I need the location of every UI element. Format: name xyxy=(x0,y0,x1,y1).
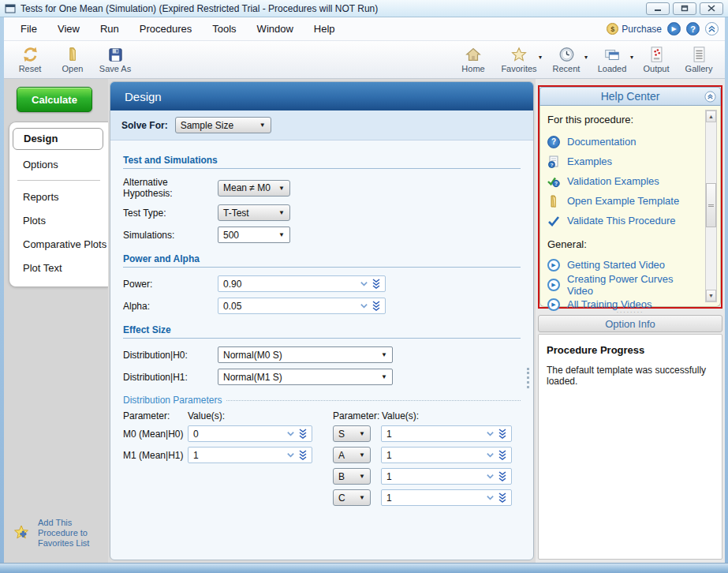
loaded-dropdown-arrow[interactable]: ▾ xyxy=(630,54,633,61)
menu-view[interactable]: View xyxy=(47,19,90,39)
restore-button[interactable] xyxy=(673,2,696,15)
sidebar-tab-plot-text[interactable]: Plot Text xyxy=(9,257,108,280)
menu-tools[interactable]: Tools xyxy=(202,19,246,39)
alpha-field[interactable] xyxy=(218,298,386,314)
validate-procedure-label: Validate This Procedure xyxy=(567,215,676,227)
collapse-ribbon-icon[interactable] xyxy=(705,22,719,36)
menu-run[interactable]: Run xyxy=(90,19,129,39)
panel-title-text: Design xyxy=(125,90,162,103)
chevron-down-icon[interactable] xyxy=(286,451,295,459)
distribution-h1-combo[interactable]: Normal(M1 S) ▼ xyxy=(218,369,393,385)
window-bottom-border xyxy=(0,563,728,573)
multi-chevron-icon[interactable] xyxy=(498,471,507,481)
s-value-field[interactable] xyxy=(381,425,512,442)
m0-value-field[interactable] xyxy=(188,425,312,442)
getting-started-video-link[interactable]: ▶ Getting Started Video xyxy=(547,255,700,275)
distribution-h0-combo[interactable]: Normal(M0 S) ▼ xyxy=(218,346,393,363)
c-value-input[interactable] xyxy=(386,492,483,504)
minimize-button[interactable] xyxy=(646,2,670,15)
alpha-input[interactable] xyxy=(223,301,357,312)
multi-chevron-icon[interactable] xyxy=(298,450,308,460)
collapse-panel-icon[interactable] xyxy=(704,91,716,103)
b-value-input[interactable] xyxy=(386,471,483,482)
param-b-select[interactable]: B ▼ xyxy=(333,468,371,485)
documentation-link[interactable]: ? Documentation xyxy=(547,132,700,152)
recent-dropdown-arrow[interactable]: ▾ xyxy=(584,54,588,61)
menu-window[interactable]: Window xyxy=(247,19,304,39)
validate-procedure-link[interactable]: Validate This Procedure xyxy=(547,211,700,230)
check-icon xyxy=(547,215,560,227)
multi-chevron-icon[interactable] xyxy=(498,450,507,460)
c-value-field[interactable] xyxy=(381,489,512,506)
gallery-button[interactable]: Gallery xyxy=(678,41,720,78)
output-button[interactable]: Output xyxy=(635,41,678,78)
purchase-button[interactable]: $ Purchase xyxy=(607,23,662,35)
chevron-down-icon[interactable] xyxy=(486,429,495,438)
power-curves-video-link[interactable]: ▶ Creating Power Curves Video xyxy=(547,275,700,294)
loaded-button[interactable]: Loaded ▾ xyxy=(589,41,635,78)
b-value-field[interactable] xyxy=(381,468,512,485)
power-input[interactable] xyxy=(223,279,357,290)
favorites-button[interactable]: Favorites ▾ xyxy=(495,41,543,78)
menu-help[interactable]: Help xyxy=(304,19,345,39)
distribution-parameters-heading: Distribution Parameters xyxy=(123,395,521,406)
solve-for-select[interactable]: Sample Size ▼ xyxy=(175,117,271,133)
simulations-combo[interactable]: 500 ▼ xyxy=(218,227,290,243)
param-s-select[interactable]: S ▼ xyxy=(333,425,371,442)
scroll-up-arrow[interactable]: ▲ xyxy=(706,110,716,122)
chevron-down-icon[interactable] xyxy=(486,451,495,459)
m1-value-field[interactable] xyxy=(188,447,312,463)
sidebar: Calculate Design Options Reports Plots C… xyxy=(4,79,108,563)
validation-examples-link[interactable]: ? Validation Examples xyxy=(547,171,700,191)
menu-procedures[interactable]: Procedures xyxy=(129,19,202,39)
s-value-input[interactable] xyxy=(386,429,483,440)
all-training-videos-link[interactable]: ▶ All Training Videos xyxy=(547,294,700,314)
chevron-down-icon[interactable] xyxy=(486,472,495,481)
a-value-field[interactable] xyxy=(381,447,512,463)
multi-chevron-icon[interactable] xyxy=(371,279,381,289)
multi-chevron-icon[interactable] xyxy=(371,301,381,311)
scroll-thumb[interactable] xyxy=(706,183,716,227)
sidebar-tab-options[interactable]: Options xyxy=(9,153,108,177)
recent-button[interactable]: Recent ▾ xyxy=(543,41,589,78)
dropdown-arrow-icon: ▼ xyxy=(259,122,266,129)
sidebar-tab-reports[interactable]: Reports xyxy=(9,185,108,209)
calculate-button[interactable]: Calculate xyxy=(17,87,92,112)
save-as-button[interactable]: Save As xyxy=(94,41,136,78)
sidebar-tab-comparative-plots[interactable]: Comparative Plots xyxy=(9,233,108,257)
multi-chevron-icon[interactable] xyxy=(498,429,507,439)
reset-button[interactable]: Reset xyxy=(9,41,51,78)
option-info-header[interactable]: Option Info xyxy=(538,315,722,332)
open-button[interactable]: Open xyxy=(51,41,94,78)
add-to-favorites-button[interactable]: Add This Procedure to Favorites List xyxy=(13,518,99,549)
test-type-select[interactable]: T-Test ▼ xyxy=(218,204,290,221)
sidebar-tab-design[interactable]: Design xyxy=(13,128,103,150)
m0-value-input[interactable] xyxy=(193,429,283,440)
favorites-dropdown-arrow[interactable]: ▾ xyxy=(539,54,542,61)
param-a-select[interactable]: A ▼ xyxy=(333,447,371,463)
close-button[interactable] xyxy=(700,2,723,15)
help-scrollbar[interactable]: ▲ ▼ xyxy=(705,110,717,302)
help-icon[interactable]: ? xyxy=(686,22,700,36)
chevron-down-icon[interactable] xyxy=(360,301,368,310)
sidebar-tab-plots[interactable]: Plots xyxy=(9,209,108,233)
a-value-input[interactable] xyxy=(386,450,483,461)
help-center-header[interactable]: Help Center xyxy=(539,87,721,106)
open-example-template-link[interactable]: Open Example Template xyxy=(547,191,700,211)
scroll-down-arrow[interactable]: ▼ xyxy=(706,290,716,301)
chevron-down-icon[interactable] xyxy=(286,429,295,438)
m1-value-input[interactable] xyxy=(193,450,283,461)
menu-file[interactable]: File xyxy=(10,19,47,39)
app-icon xyxy=(5,4,16,13)
play-video-icon[interactable]: ▶ xyxy=(667,22,681,36)
splitter-grip[interactable] xyxy=(527,368,529,388)
chevron-down-icon[interactable] xyxy=(486,493,495,502)
power-field[interactable] xyxy=(218,275,386,292)
home-button[interactable]: Home xyxy=(452,41,495,78)
multi-chevron-icon[interactable] xyxy=(298,429,308,439)
chevron-down-icon[interactable] xyxy=(360,279,368,288)
param-c-select[interactable]: C ▼ xyxy=(333,489,371,506)
multi-chevron-icon[interactable] xyxy=(498,492,507,503)
examples-link[interactable]: ? Examples xyxy=(547,152,700,171)
alt-hypothesis-select[interactable]: Mean ≠ M0 ▼ xyxy=(218,180,290,197)
